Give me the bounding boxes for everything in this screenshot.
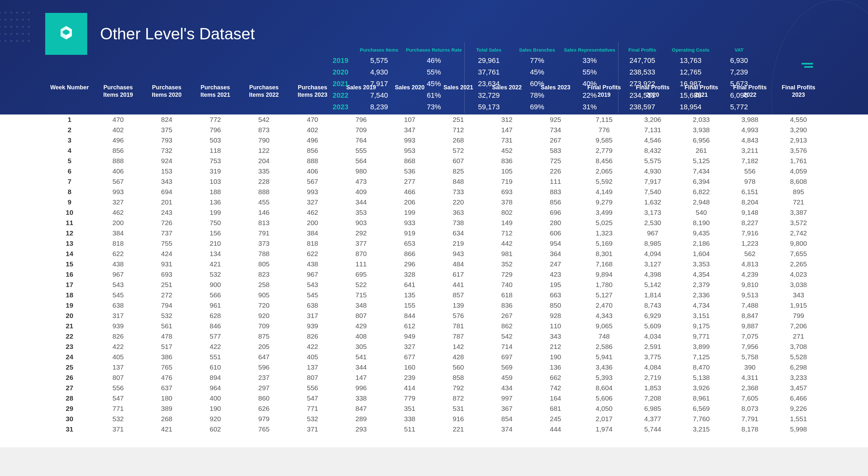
data-cell: 8,178 <box>725 424 774 434</box>
data-cell: 5,575 <box>628 156 677 166</box>
data-cell: 5,142 <box>628 280 677 290</box>
data-cell: 386 <box>143 352 191 362</box>
data-cell: 7,206 <box>774 321 823 331</box>
data-cell: 2,033 <box>677 114 726 125</box>
data-cell: 796 <box>337 114 385 125</box>
data-cell: 2,470 <box>580 300 629 311</box>
data-cell: 856 <box>94 145 143 156</box>
data-cell: 146 <box>240 207 288 218</box>
data-cell: 738 <box>434 218 483 228</box>
summary-metric-column: Purchases Items5,5754,9307,9177,5408,239 <box>355 42 403 113</box>
data-cell: 997 <box>483 393 531 403</box>
data-cell: 961 <box>191 300 240 311</box>
data-cell: 607 <box>434 156 483 166</box>
table-row: 219395618467099394296127818621109,0655,6… <box>45 321 823 331</box>
data-cell: 137 <box>288 362 337 372</box>
data-cell: 2,368 <box>725 383 774 393</box>
data-cell: 503 <box>191 135 240 145</box>
summary-metric-value: 22% <box>564 90 615 101</box>
data-cell: 924 <box>143 156 191 166</box>
data-cell: 2,065 <box>580 166 629 176</box>
data-cell: 8,456 <box>580 156 629 166</box>
data-cell: 2,379 <box>677 280 726 290</box>
data-cell: 556 <box>94 383 143 393</box>
summary-metric-value: 4,930 <box>358 66 401 78</box>
week-number-cell: 27 <box>45 383 94 393</box>
data-cell: 638 <box>288 300 337 311</box>
data-cell: 545 <box>94 290 143 300</box>
week-number-cell: 23 <box>45 342 94 352</box>
table-row: 185452725669055457151358576186635,1271,8… <box>45 290 823 300</box>
summary-metric-value: 7,239 <box>717 66 761 78</box>
summary-metric-value: 18,954 <box>669 101 712 113</box>
data-cell: 7,488 <box>725 300 774 311</box>
data-cell: 3,038 <box>774 280 823 290</box>
data-cell: 1,551 <box>774 414 823 424</box>
data-cell: 993 <box>288 187 337 197</box>
data-cell: 2,742 <box>774 228 823 238</box>
data-cell: 617 <box>434 269 483 280</box>
summary-metric-value: 59,173 <box>467 101 510 113</box>
summary-year: 2021 <box>333 78 348 90</box>
data-cell: 8,073 <box>725 403 774 414</box>
data-cell: 5,744 <box>628 424 677 434</box>
data-cell: 850 <box>531 300 580 311</box>
data-cell: 5,393 <box>580 372 629 383</box>
data-cell: 2,779 <box>580 145 629 156</box>
data-cell: 9,435 <box>677 228 726 238</box>
data-cell: 8,604 <box>580 383 629 393</box>
week-number-cell: 13 <box>45 238 94 249</box>
data-cell: 943 <box>434 249 483 259</box>
data-cell: 856 <box>531 197 580 207</box>
summary-metric-value: 8,239 <box>358 101 401 113</box>
table-row: 48567321181228565559535724525832,7798,43… <box>45 145 823 156</box>
menu-icon[interactable] <box>802 61 813 69</box>
data-cell: 6,985 <box>628 403 677 414</box>
data-cell: 423 <box>531 269 580 280</box>
data-cell: 363 <box>434 207 483 218</box>
data-cell: 7,605 <box>725 393 774 403</box>
data-cell: 720 <box>240 300 288 311</box>
data-cell: 4,398 <box>628 269 677 280</box>
summary-metric-header: Operating Costs <box>669 42 712 55</box>
data-cell: 517 <box>143 342 191 352</box>
data-cell: 569 <box>483 362 531 372</box>
summary-metric-header: Final Profits <box>621 42 664 55</box>
week-number-cell: 1 <box>45 114 94 125</box>
table-row: 251377656105961373441605605691363,4364,0… <box>45 362 823 372</box>
data-cell: 854 <box>483 414 531 424</box>
data-cell: 9,148 <box>725 207 774 218</box>
data-cell: 903 <box>337 218 385 228</box>
data-cell: 180 <box>143 393 191 403</box>
summary-metric-value: 12,765 <box>669 66 712 78</box>
data-cell: 1,915 <box>774 300 823 311</box>
data-cell: 7,208 <box>628 393 677 403</box>
data-cell: 5,127 <box>580 290 629 300</box>
data-cell: 251 <box>434 114 483 125</box>
data-cell: 925 <box>531 114 580 125</box>
data-cell: 856 <box>288 145 337 156</box>
data-cell: 4,034 <box>628 331 677 342</box>
data-cell: 866 <box>385 249 434 259</box>
data-cell: 136 <box>191 197 240 207</box>
data-cell: 9,887 <box>725 321 774 331</box>
data-cell: 637 <box>143 383 191 393</box>
data-cell: 4,239 <box>725 269 774 280</box>
data-cell: 826 <box>288 331 337 342</box>
data-cell: 378 <box>483 197 531 207</box>
table-row: 138187552103738183776532194429545,1698,9… <box>45 238 823 249</box>
data-cell: 267 <box>531 135 580 145</box>
data-cell: 406 <box>288 166 337 176</box>
data-cell: 531 <box>434 403 483 414</box>
data-cell: 734 <box>531 125 580 135</box>
data-cell: 200 <box>288 218 337 228</box>
column-header: Purchases Items 2020 <box>143 84 191 98</box>
data-cell: 793 <box>143 135 191 145</box>
summary-metric-value: 61% <box>406 90 462 101</box>
data-cell: 243 <box>143 207 191 218</box>
data-cell: 712 <box>483 228 531 238</box>
data-cell: 220 <box>434 197 483 207</box>
table-row: 112007267508132009039337381492805,0252,5… <box>45 218 823 228</box>
summary-metric-value: 29,961 <box>467 55 510 66</box>
data-cell: 532 <box>288 414 337 424</box>
